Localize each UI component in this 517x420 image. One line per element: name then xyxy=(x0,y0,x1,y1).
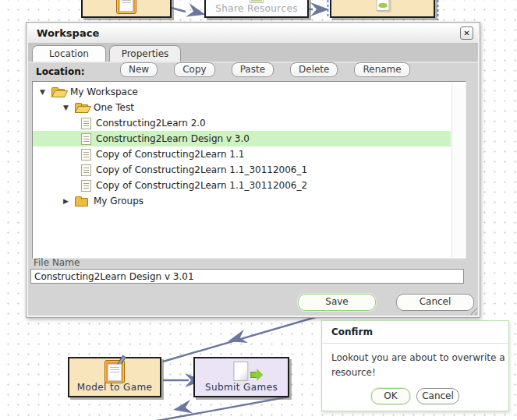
tree-item-label: Constructing2Learn 2.0 xyxy=(96,118,206,129)
tree-item-label: Constructing2Learn Design v 3.0 xyxy=(96,133,250,144)
file-name-label: File Name xyxy=(34,257,80,268)
workspace-titlebar[interactable]: Workspace ✕ xyxy=(28,24,478,44)
workspace-toolbar: New Copy Paste Delete Rename xyxy=(120,62,410,77)
new-button[interactable]: New xyxy=(120,62,158,77)
tree-item-label: My Groups xyxy=(94,196,143,206)
confirm-message: Lookout you are about to overwrite a res… xyxy=(322,344,508,379)
flow-node-label: Submit Games xyxy=(195,382,288,393)
tree-item[interactable]: Copy of Constructing2Learn 1.1 xyxy=(33,146,451,162)
canvas: Share Resources Model to Game Submit Gam… xyxy=(0,0,517,420)
clipboard-icon xyxy=(104,360,125,383)
expander-icon[interactable]: ▶ xyxy=(62,197,70,205)
copy-button[interactable]: Copy xyxy=(174,62,214,77)
close-icon[interactable]: ✕ xyxy=(460,26,473,40)
flow-node-submit-games[interactable]: Submit Games xyxy=(193,357,289,397)
tabstrip: Location Properties xyxy=(28,44,478,63)
tree-item-label: Copy of Constructing2Learn 1.1 xyxy=(96,149,244,160)
location-label: Location: xyxy=(36,66,85,77)
dialog-title: Workspace xyxy=(37,27,99,39)
rename-button[interactable]: Rename xyxy=(354,62,409,77)
tab-properties[interactable]: Properties xyxy=(109,45,181,62)
confirm-title: Confirm xyxy=(322,321,508,337)
workspace-file-tree: ▼ My Workspace ▼ One Test Constructing2L… xyxy=(32,81,466,259)
save-button[interactable]: Save xyxy=(298,294,376,311)
workspace-dialog: Workspace ✕ Location Properties Location… xyxy=(26,22,480,318)
tree-item-my-workspace[interactable]: ▼ My Workspace xyxy=(33,84,451,100)
tree-item-selected[interactable]: Constructing2Learn Design v 3.0 xyxy=(33,131,451,146)
tree-item-label: Copy of Constructing2Learn 1.1_30112006_… xyxy=(96,164,307,175)
folder-closed-icon xyxy=(75,196,89,206)
folder-open-icon xyxy=(75,103,89,113)
tree-item-label: One Test xyxy=(94,102,134,113)
ok-button[interactable]: OK xyxy=(371,388,410,404)
document-icon xyxy=(81,133,91,145)
tree-item-my-groups[interactable]: ▶ My Groups xyxy=(33,193,451,209)
document-icon xyxy=(81,149,91,161)
document-icon xyxy=(81,118,91,129)
confirm-header: Confirm xyxy=(322,321,508,344)
tree-item-label: Copy of Constructing2Learn 1.1_30112006_… xyxy=(96,180,307,191)
tree-scrollbar[interactable] xyxy=(451,83,465,257)
cancel-button[interactable]: Cancel xyxy=(396,294,474,311)
tree-item-one-test[interactable]: ▼ One Test xyxy=(33,100,451,115)
delete-button[interactable]: Delete xyxy=(290,62,338,77)
confirm-dialog: Confirm Lookout you are about to overwri… xyxy=(321,320,509,411)
folder-open-icon xyxy=(51,87,66,97)
tree-item-label: My Workspace xyxy=(70,86,138,97)
confirm-buttons: OK Cancel xyxy=(322,388,508,404)
paste-button[interactable]: Paste xyxy=(232,62,274,77)
photo-pin-icon xyxy=(376,0,389,11)
document-icon xyxy=(81,180,91,192)
expander-icon[interactable]: ▼ xyxy=(38,88,47,96)
tab-location[interactable]: Location xyxy=(32,45,106,62)
flow-node-model-to-game[interactable]: Model to Game xyxy=(68,357,161,397)
tree-item[interactable]: Copy of Constructing2Learn 1.1_30112006_… xyxy=(33,178,451,193)
tree-item[interactable]: Copy of Constructing2Learn 1.1_30112006_… xyxy=(33,162,451,178)
flow-node-top-3[interactable] xyxy=(330,0,435,18)
file-name-input[interactable] xyxy=(30,269,464,284)
clipboard-icon xyxy=(116,0,136,14)
expander-icon[interactable]: ▼ xyxy=(62,104,70,111)
document-arrow-icon xyxy=(233,362,248,381)
flow-node-label: Share Resources xyxy=(206,3,307,14)
confirm-cancel-button[interactable]: Cancel xyxy=(416,388,459,404)
flow-node-share-resources[interactable]: Share Resources xyxy=(204,0,309,18)
flow-node-top-1[interactable] xyxy=(81,0,172,18)
tree-item[interactable]: Constructing2Learn 2.0 xyxy=(33,115,451,131)
document-icon xyxy=(81,164,91,176)
flow-node-label: Model to Game xyxy=(69,382,160,393)
